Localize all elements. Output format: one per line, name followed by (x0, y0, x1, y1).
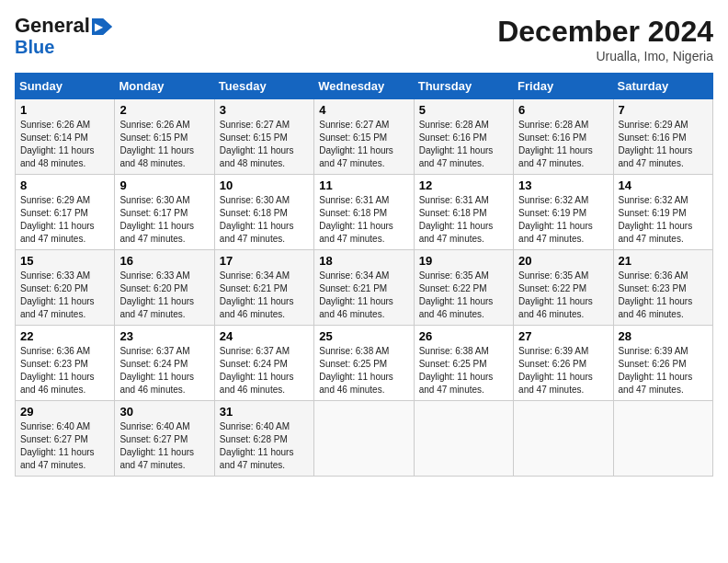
day-number: 21 (619, 254, 708, 268)
day-info: Sunrise: 6:27 AMSunset: 6:15 PMDaylight:… (220, 120, 294, 168)
calendar-cell (414, 401, 513, 477)
calendar-cell: 18 Sunrise: 6:34 AMSunset: 6:21 PMDaylig… (314, 250, 414, 326)
calendar-cell: 13 Sunrise: 6:32 AMSunset: 6:19 PMDaylig… (514, 175, 613, 250)
calendar-cell: 4 Sunrise: 6:27 AMSunset: 6:15 PMDayligh… (314, 99, 414, 175)
day-info: Sunrise: 6:39 AMSunset: 6:26 PMDaylight:… (619, 346, 693, 395)
calendar-cell: 3 Sunrise: 6:27 AMSunset: 6:15 PMDayligh… (214, 99, 313, 175)
day-info: Sunrise: 6:40 AMSunset: 6:28 PMDaylight:… (220, 421, 294, 470)
day-info: Sunrise: 6:38 AMSunset: 6:25 PMDaylight:… (319, 346, 393, 395)
column-header-saturday: Saturday (613, 74, 712, 99)
day-info: Sunrise: 6:27 AMSunset: 6:15 PMDaylight:… (319, 120, 393, 168)
column-header-thursday: Thursday (414, 74, 513, 99)
day-number: 26 (419, 329, 508, 343)
day-number: 17 (220, 254, 309, 268)
day-number: 18 (319, 254, 408, 268)
header-row: SundayMondayTuesdayWednesdayThursdayFrid… (16, 74, 713, 99)
calendar-cell: 6 Sunrise: 6:28 AMSunset: 6:16 PMDayligh… (514, 99, 613, 175)
day-number: 30 (119, 405, 209, 419)
day-info: Sunrise: 6:26 AMSunset: 6:15 PMDaylight:… (119, 120, 194, 168)
day-info: Sunrise: 6:40 AMSunset: 6:27 PMDaylight:… (119, 421, 194, 470)
column-header-tuesday: Tuesday (214, 74, 313, 99)
week-row-3: 15 Sunrise: 6:33 AMSunset: 6:20 PMDaylig… (16, 250, 713, 326)
calendar-cell: 27 Sunrise: 6:39 AMSunset: 6:26 PMDaylig… (514, 326, 613, 401)
month-title: December 2024 (497, 15, 713, 49)
day-info: Sunrise: 6:31 AMSunset: 6:18 PMDaylight:… (319, 195, 393, 244)
calendar-cell: 19 Sunrise: 6:35 AMSunset: 6:22 PMDaylig… (414, 250, 513, 326)
week-row-2: 8 Sunrise: 6:29 AMSunset: 6:17 PMDayligh… (16, 175, 713, 250)
calendar-cell: 16 Sunrise: 6:33 AMSunset: 6:20 PMDaylig… (115, 250, 214, 326)
day-number: 15 (20, 254, 109, 268)
day-number: 20 (518, 254, 608, 268)
logo: General ▶ Blue (15, 15, 112, 57)
day-info: Sunrise: 6:28 AMSunset: 6:16 PMDaylight:… (419, 120, 494, 168)
day-number: 3 (220, 103, 309, 117)
day-info: Sunrise: 6:35 AMSunset: 6:22 PMDaylight:… (419, 270, 494, 319)
day-number: 12 (419, 178, 508, 192)
day-number: 5 (419, 103, 508, 117)
column-header-friday: Friday (514, 74, 613, 99)
calendar-cell: 2 Sunrise: 6:26 AMSunset: 6:15 PMDayligh… (115, 99, 214, 175)
calendar-cell: 21 Sunrise: 6:36 AMSunset: 6:23 PMDaylig… (613, 250, 712, 326)
logo-text: General (15, 15, 90, 37)
calendar-cell: 10 Sunrise: 6:30 AMSunset: 6:18 PMDaylig… (214, 175, 313, 250)
day-number: 8 (20, 178, 109, 192)
day-info: Sunrise: 6:30 AMSunset: 6:18 PMDaylight:… (220, 195, 294, 244)
day-info: Sunrise: 6:32 AMSunset: 6:19 PMDaylight:… (619, 195, 693, 244)
day-number: 31 (220, 405, 309, 419)
calendar-cell: 12 Sunrise: 6:31 AMSunset: 6:18 PMDaylig… (414, 175, 513, 250)
day-info: Sunrise: 6:40 AMSunset: 6:27 PMDaylight:… (20, 421, 95, 470)
day-info: Sunrise: 6:37 AMSunset: 6:24 PMDaylight:… (119, 346, 194, 395)
page-header: General ▶ Blue December 2024 Urualla, Im… (15, 15, 713, 63)
day-number: 16 (119, 254, 209, 268)
day-info: Sunrise: 6:29 AMSunset: 6:17 PMDaylight:… (20, 195, 95, 244)
calendar-table: SundayMondayTuesdayWednesdayThursdayFrid… (15, 73, 713, 477)
calendar-cell: 1 Sunrise: 6:26 AMSunset: 6:14 PMDayligh… (16, 99, 115, 175)
calendar-cell: 11 Sunrise: 6:31 AMSunset: 6:18 PMDaylig… (314, 175, 414, 250)
logo-icon: ▶ (92, 18, 112, 35)
calendar-cell: 5 Sunrise: 6:28 AMSunset: 6:16 PMDayligh… (414, 99, 513, 175)
calendar-cell: 14 Sunrise: 6:32 AMSunset: 6:19 PMDaylig… (613, 175, 712, 250)
day-number: 13 (518, 178, 608, 192)
day-info: Sunrise: 6:39 AMSunset: 6:26 PMDaylight:… (518, 346, 593, 395)
calendar-cell: 28 Sunrise: 6:39 AMSunset: 6:26 PMDaylig… (613, 326, 712, 401)
day-info: Sunrise: 6:38 AMSunset: 6:25 PMDaylight:… (419, 346, 494, 395)
calendar-cell: 23 Sunrise: 6:37 AMSunset: 6:24 PMDaylig… (115, 326, 214, 401)
day-number: 24 (220, 329, 309, 343)
calendar-cell: 17 Sunrise: 6:34 AMSunset: 6:21 PMDaylig… (214, 250, 313, 326)
day-number: 19 (419, 254, 508, 268)
column-header-wednesday: Wednesday (314, 74, 414, 99)
logo-blue: Blue (15, 37, 54, 57)
calendar-cell: 29 Sunrise: 6:40 AMSunset: 6:27 PMDaylig… (16, 401, 115, 477)
week-row-1: 1 Sunrise: 6:26 AMSunset: 6:14 PMDayligh… (16, 99, 713, 175)
day-number: 10 (220, 178, 309, 192)
day-info: Sunrise: 6:36 AMSunset: 6:23 PMDaylight:… (20, 346, 95, 395)
calendar-cell: 25 Sunrise: 6:38 AMSunset: 6:25 PMDaylig… (314, 326, 414, 401)
calendar-cell (613, 401, 712, 477)
day-info: Sunrise: 6:26 AMSunset: 6:14 PMDaylight:… (20, 120, 95, 168)
calendar-cell: 22 Sunrise: 6:36 AMSunset: 6:23 PMDaylig… (16, 326, 115, 401)
calendar-cell: 26 Sunrise: 6:38 AMSunset: 6:25 PMDaylig… (414, 326, 513, 401)
day-number: 1 (20, 103, 109, 117)
calendar-cell: 24 Sunrise: 6:37 AMSunset: 6:24 PMDaylig… (214, 326, 313, 401)
day-number: 6 (518, 103, 608, 117)
column-header-monday: Monday (115, 74, 214, 99)
day-info: Sunrise: 6:31 AMSunset: 6:18 PMDaylight:… (419, 195, 494, 244)
calendar-cell: 15 Sunrise: 6:33 AMSunset: 6:20 PMDaylig… (16, 250, 115, 326)
day-number: 23 (119, 329, 209, 343)
day-number: 7 (619, 103, 708, 117)
day-number: 14 (619, 178, 708, 192)
day-number: 22 (20, 329, 109, 343)
day-info: Sunrise: 6:33 AMSunset: 6:20 PMDaylight:… (119, 270, 194, 319)
column-header-sunday: Sunday (16, 74, 115, 99)
calendar-cell: 31 Sunrise: 6:40 AMSunset: 6:28 PMDaylig… (214, 401, 313, 477)
calendar-cell: 20 Sunrise: 6:35 AMSunset: 6:22 PMDaylig… (514, 250, 613, 326)
day-info: Sunrise: 6:35 AMSunset: 6:22 PMDaylight:… (518, 270, 593, 319)
logo-blue-line: Blue (15, 37, 54, 57)
day-info: Sunrise: 6:29 AMSunset: 6:16 PMDaylight:… (619, 120, 693, 168)
day-info: Sunrise: 6:30 AMSunset: 6:17 PMDaylight:… (119, 195, 194, 244)
calendar-cell: 30 Sunrise: 6:40 AMSunset: 6:27 PMDaylig… (115, 401, 214, 477)
day-number: 11 (319, 178, 408, 192)
calendar-cell: 9 Sunrise: 6:30 AMSunset: 6:17 PMDayligh… (115, 175, 214, 250)
day-info: Sunrise: 6:28 AMSunset: 6:16 PMDaylight:… (518, 120, 593, 168)
day-info: Sunrise: 6:32 AMSunset: 6:19 PMDaylight:… (518, 195, 593, 244)
